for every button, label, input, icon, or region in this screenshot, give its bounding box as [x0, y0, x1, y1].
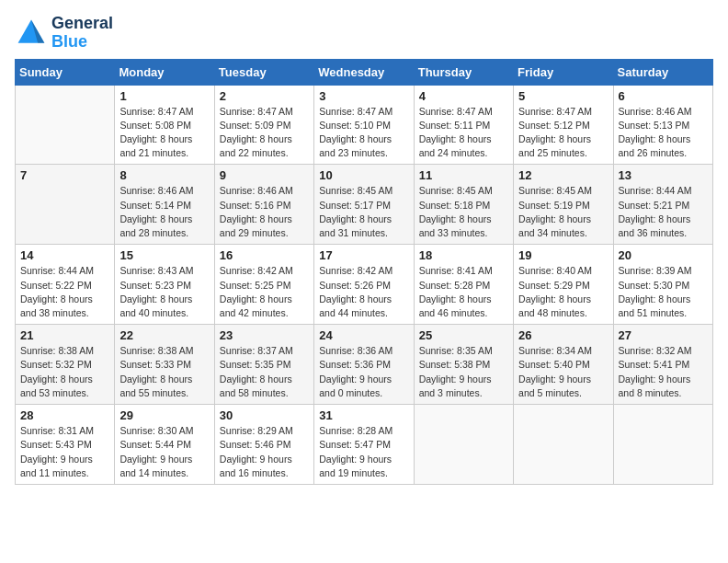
day-info: Sunrise: 8:45 AM Sunset: 5:18 PM Dayligh…	[419, 184, 508, 240]
day-number: 24	[319, 328, 408, 342]
day-info: Sunrise: 8:47 AM Sunset: 5:12 PM Dayligh…	[518, 105, 608, 161]
day-info: Sunrise: 8:47 AM Sunset: 5:09 PM Dayligh…	[220, 105, 309, 161]
calendar-week-row: 28Sunrise: 8:31 AM Sunset: 5:43 PM Dayli…	[16, 405, 713, 485]
calendar-week-row: 14Sunrise: 8:44 AM Sunset: 5:22 PM Dayli…	[16, 245, 713, 325]
day-number: 17	[319, 248, 408, 262]
day-info: Sunrise: 8:43 AM Sunset: 5:23 PM Dayligh…	[119, 264, 209, 320]
weekday-header-monday: Monday	[115, 59, 214, 85]
day-number: 10	[319, 168, 408, 182]
day-info: Sunrise: 8:30 AM Sunset: 5:44 PM Dayligh…	[119, 424, 209, 480]
day-number: 11	[419, 168, 508, 182]
logo: General Blue	[15, 15, 113, 52]
calendar-cell: 20Sunrise: 8:39 AM Sunset: 5:30 PM Dayli…	[613, 245, 712, 325]
weekday-header-sunday: Sunday	[16, 59, 115, 85]
day-number: 4	[419, 89, 508, 103]
calendar-cell: 19Sunrise: 8:40 AM Sunset: 5:29 PM Dayli…	[514, 245, 613, 325]
logo-text-general: General	[51, 15, 113, 33]
page-header: General Blue	[15, 15, 713, 52]
day-number: 6	[619, 89, 708, 103]
day-info: Sunrise: 8:42 AM Sunset: 5:25 PM Dayligh…	[220, 264, 309, 320]
day-number: 9	[220, 168, 309, 182]
day-info: Sunrise: 8:31 AM Sunset: 5:43 PM Dayligh…	[20, 424, 109, 480]
calendar-cell: 18Sunrise: 8:41 AM Sunset: 5:28 PM Dayli…	[414, 245, 513, 325]
calendar-cell: 2Sunrise: 8:47 AM Sunset: 5:09 PM Daylig…	[214, 85, 313, 165]
day-number: 21	[20, 328, 109, 342]
calendar-cell	[16, 85, 115, 165]
day-number: 28	[20, 408, 109, 422]
day-number: 29	[119, 408, 209, 422]
calendar-week-row: 21Sunrise: 8:38 AM Sunset: 5:32 PM Dayli…	[16, 325, 713, 405]
day-number: 19	[518, 248, 608, 262]
logo-text-blue: Blue	[51, 33, 113, 52]
day-info: Sunrise: 8:34 AM Sunset: 5:40 PM Dayligh…	[518, 344, 608, 400]
day-number: 5	[518, 89, 608, 103]
calendar-cell: 15Sunrise: 8:43 AM Sunset: 5:23 PM Dayli…	[115, 245, 214, 325]
calendar-cell: 16Sunrise: 8:42 AM Sunset: 5:25 PM Dayli…	[214, 245, 313, 325]
day-number: 18	[419, 248, 508, 262]
day-number: 23	[220, 328, 309, 342]
day-number: 3	[319, 89, 408, 103]
day-number: 1	[119, 89, 209, 103]
calendar-cell: 26Sunrise: 8:34 AM Sunset: 5:40 PM Dayli…	[514, 325, 613, 405]
logo-icon	[15, 17, 48, 50]
day-number: 8	[119, 168, 209, 182]
weekday-header-friday: Friday	[514, 59, 613, 85]
day-number: 20	[619, 248, 708, 262]
day-number: 12	[518, 168, 608, 182]
calendar-cell: 1Sunrise: 8:47 AM Sunset: 5:08 PM Daylig…	[115, 85, 214, 165]
day-info: Sunrise: 8:44 AM Sunset: 5:21 PM Dayligh…	[619, 184, 708, 240]
weekday-header-saturday: Saturday	[613, 59, 712, 85]
day-number: 16	[220, 248, 309, 262]
calendar-cell: 8Sunrise: 8:46 AM Sunset: 5:14 PM Daylig…	[115, 165, 214, 245]
calendar-cell: 6Sunrise: 8:46 AM Sunset: 5:13 PM Daylig…	[613, 85, 712, 165]
day-info: Sunrise: 8:45 AM Sunset: 5:17 PM Dayligh…	[319, 184, 408, 240]
day-info: Sunrise: 8:47 AM Sunset: 5:08 PM Dayligh…	[119, 105, 209, 161]
day-info: Sunrise: 8:41 AM Sunset: 5:28 PM Dayligh…	[419, 264, 508, 320]
day-info: Sunrise: 8:32 AM Sunset: 5:41 PM Dayligh…	[619, 344, 708, 400]
calendar-cell: 14Sunrise: 8:44 AM Sunset: 5:22 PM Dayli…	[16, 245, 115, 325]
day-info: Sunrise: 8:36 AM Sunset: 5:36 PM Dayligh…	[319, 344, 408, 400]
calendar-cell: 24Sunrise: 8:36 AM Sunset: 5:36 PM Dayli…	[314, 325, 414, 405]
day-number: 14	[20, 248, 109, 262]
day-info: Sunrise: 8:44 AM Sunset: 5:22 PM Dayligh…	[20, 264, 109, 320]
calendar-cell: 13Sunrise: 8:44 AM Sunset: 5:21 PM Dayli…	[613, 165, 712, 245]
day-number: 22	[119, 328, 209, 342]
calendar-header-row: SundayMondayTuesdayWednesdayThursdayFrid…	[16, 59, 713, 85]
calendar-cell: 17Sunrise: 8:42 AM Sunset: 5:26 PM Dayli…	[314, 245, 414, 325]
calendar-cell	[414, 405, 513, 485]
calendar-cell: 9Sunrise: 8:46 AM Sunset: 5:16 PM Daylig…	[214, 165, 313, 245]
day-info: Sunrise: 8:45 AM Sunset: 5:19 PM Dayligh…	[518, 184, 608, 240]
calendar-body: 1Sunrise: 8:47 AM Sunset: 5:08 PM Daylig…	[16, 85, 713, 484]
day-number: 2	[220, 89, 309, 103]
day-info: Sunrise: 8:28 AM Sunset: 5:47 PM Dayligh…	[319, 424, 408, 480]
day-number: 7	[20, 168, 109, 182]
day-info: Sunrise: 8:47 AM Sunset: 5:10 PM Dayligh…	[319, 105, 408, 161]
day-number: 31	[319, 408, 408, 422]
day-info: Sunrise: 8:39 AM Sunset: 5:30 PM Dayligh…	[619, 264, 708, 320]
calendar-cell: 4Sunrise: 8:47 AM Sunset: 5:11 PM Daylig…	[414, 85, 513, 165]
calendar-cell: 23Sunrise: 8:37 AM Sunset: 5:35 PM Dayli…	[214, 325, 313, 405]
day-info: Sunrise: 8:35 AM Sunset: 5:38 PM Dayligh…	[419, 344, 508, 400]
weekday-header-tuesday: Tuesday	[214, 59, 313, 85]
day-number: 30	[220, 408, 309, 422]
day-info: Sunrise: 8:40 AM Sunset: 5:29 PM Dayligh…	[518, 264, 608, 320]
calendar-cell: 28Sunrise: 8:31 AM Sunset: 5:43 PM Dayli…	[16, 405, 115, 485]
day-info: Sunrise: 8:38 AM Sunset: 5:33 PM Dayligh…	[119, 344, 209, 400]
calendar-cell: 7	[16, 165, 115, 245]
day-info: Sunrise: 8:47 AM Sunset: 5:11 PM Dayligh…	[419, 105, 508, 161]
calendar-cell: 11Sunrise: 8:45 AM Sunset: 5:18 PM Dayli…	[414, 165, 513, 245]
day-number: 15	[119, 248, 209, 262]
calendar-cell: 3Sunrise: 8:47 AM Sunset: 5:10 PM Daylig…	[314, 85, 414, 165]
calendar-week-row: 1Sunrise: 8:47 AM Sunset: 5:08 PM Daylig…	[16, 85, 713, 165]
calendar-table: SundayMondayTuesdayWednesdayThursdayFrid…	[15, 59, 713, 485]
day-number: 26	[518, 328, 608, 342]
calendar-cell	[514, 405, 613, 485]
day-info: Sunrise: 8:37 AM Sunset: 5:35 PM Dayligh…	[220, 344, 309, 400]
calendar-cell: 25Sunrise: 8:35 AM Sunset: 5:38 PM Dayli…	[414, 325, 513, 405]
weekday-header-thursday: Thursday	[414, 59, 513, 85]
calendar-cell: 27Sunrise: 8:32 AM Sunset: 5:41 PM Dayli…	[613, 325, 712, 405]
calendar-cell: 29Sunrise: 8:30 AM Sunset: 5:44 PM Dayli…	[115, 405, 214, 485]
calendar-cell: 31Sunrise: 8:28 AM Sunset: 5:47 PM Dayli…	[314, 405, 414, 485]
day-number: 27	[619, 328, 708, 342]
calendar-cell: 22Sunrise: 8:38 AM Sunset: 5:33 PM Dayli…	[115, 325, 214, 405]
